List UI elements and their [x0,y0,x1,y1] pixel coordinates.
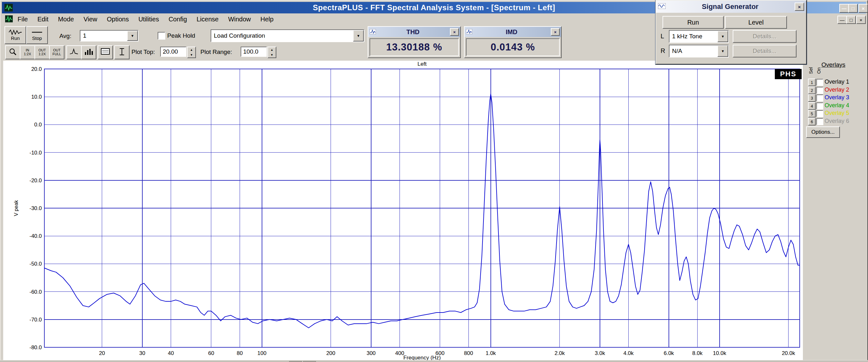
plot-top-input[interactable] [160,47,186,57]
load-configuration-arrow-icon[interactable]: ▼ [353,30,364,41]
overlay-5-on-checkbox[interactable] [816,110,823,117]
menu-utilities[interactable]: Utilities [134,14,164,24]
plot-top-spinner[interactable]: ▲ ▼ [187,47,196,58]
bar-display-button[interactable] [81,45,96,59]
child-minimize-button[interactable]: — [837,16,847,24]
overlay-4-on-checkbox[interactable] [816,102,823,110]
imd-panel-titlebar[interactable]: IMD × [465,27,561,37]
close-button[interactable]: × [859,4,868,13]
menu-edit[interactable]: Edit [33,14,53,24]
left-signal-arrow-icon[interactable]: ▼ [717,31,728,42]
menu-file[interactable]: File [13,14,33,24]
avg-combo-arrow-icon[interactable]: ▼ [127,31,138,41]
right-signal-combo[interactable]: N/A ▼ [669,45,729,57]
menu-help[interactable]: Help [256,14,278,24]
menu-mode[interactable]: Mode [53,14,79,24]
signal-generator-level-button[interactable]: Level [725,16,787,29]
avg-label: Avg: [59,33,71,39]
signal-generator-title: Signal Generator [666,3,795,11]
plot-top-spin-up-icon[interactable]: ▲ [188,47,195,52]
child-close-button[interactable]: × [856,16,866,24]
imd-panel: IMD × 0.0143 % [464,26,562,58]
peak-curve-button[interactable] [66,45,82,59]
plot-range-label: Plot Range: [200,49,232,56]
overlay-3-label: Overlay 3 [825,94,849,100]
svg-text:800: 800 [464,350,473,356]
load-configuration-combo[interactable]: Load Configuration ▼ [211,29,365,42]
svg-text:-60.0: -60.0 [29,289,42,295]
spectrum-chart[interactable]: 20304060801002003004006008001.0k2.0k3.0k… [3,61,803,361]
menu-license[interactable]: License [192,14,223,24]
overlay-6-select-button[interactable]: 6 [808,118,816,125]
right-details-button[interactable]: Details... [733,45,797,57]
right-signal-arrow-icon[interactable]: ▼ [717,45,728,57]
overlay-4-select-button[interactable]: 4 [808,102,816,110]
zoom-out-button[interactable]: OUT 1:2X [34,45,50,59]
stop-button[interactable]: Stop [26,26,48,44]
marker-button[interactable] [114,45,130,59]
svg-text:30: 30 [139,350,145,356]
left-details-button[interactable]: Details... [733,30,797,43]
avg-combo[interactable]: 1 ▼ [80,30,138,41]
svg-text:-20.0: -20.0 [29,178,42,184]
overlay-4-label: Overlay 4 [825,102,849,109]
spectrum-trace [44,94,800,328]
plot-range-spinner[interactable]: ▲ ▼ [268,47,276,58]
imd-panel-title: IMD [472,28,551,36]
overlay-row-2: 2 Overlay 2 [808,87,867,93]
menu-config[interactable]: Config [164,14,192,24]
menu-window[interactable]: Window [223,14,256,24]
overlay-2-select-button[interactable]: 2 [808,87,816,94]
plot-top-spin-down-icon[interactable]: ▼ [188,52,195,57]
app-icon [4,4,13,11]
overlay-1-on-checkbox[interactable] [816,79,823,86]
svg-text:-10.0: -10.0 [29,150,42,156]
display-settings-button[interactable] [98,45,113,59]
overlay-2-on-checkbox[interactable] [816,87,823,94]
minimize-button[interactable]: — [839,4,849,13]
left-signal-value: 1 kHz Tone [670,33,717,40]
overlay-3-on-checkbox[interactable] [816,94,823,101]
menu-options[interactable]: Options [102,14,134,24]
left-signal-combo[interactable]: 1 kHz Tone ▼ [669,30,729,43]
overlays-title: Overlays [822,61,845,68]
axis-labels: 20304060801002003004006008001.0k2.0k3.0k… [29,66,795,356]
magnifier-icon [9,48,17,57]
signal-generator-run-button[interactable]: Run [662,16,724,29]
signal-generator-close-icon[interactable]: × [795,3,804,11]
svg-text:-40.0: -40.0 [29,233,42,239]
overlay-3-select-button[interactable]: 3 [808,94,816,102]
child-restore-button[interactable]: □ [846,16,856,24]
child-window-icon[interactable] [5,15,13,22]
zoom-button[interactable] [5,45,21,59]
svg-text:60: 60 [208,350,214,356]
imd-panel-icon [466,28,472,36]
plot-range-spin-down-icon[interactable]: ▼ [268,52,276,57]
menu-view[interactable]: View [79,14,102,24]
maximize-button[interactable]: □ [848,4,858,13]
desktop: SpectraPLUS - FFT Spectral Analysis Syst… [0,0,868,362]
bars-icon [84,48,93,57]
overlay-1-select-button[interactable]: 1 [808,79,816,86]
run-button[interactable]: Run [4,26,26,44]
thd-value: 13.30188 % [370,38,459,56]
peak-curve-icon [69,48,79,57]
svg-text:2.0k: 2.0k [555,350,565,356]
zoom-in-button[interactable]: IN 1:2X [20,45,35,59]
peak-hold-checkbox[interactable] [158,32,165,39]
zoom-full-button[interactable]: OUT FULL [49,45,64,59]
plot-range-spin-up-icon[interactable]: ▲ [268,47,276,52]
spectrum-plot-area[interactable]: 20304060801002003004006008001.0k2.0k3.0k… [3,61,803,361]
thd-panel-titlebar[interactable]: THD × [368,27,460,37]
signal-generator-titlebar[interactable]: Signal Generator × [656,1,806,13]
overlay-6-on-checkbox[interactable] [816,118,823,125]
avg-combo-value: 1 [81,32,127,39]
overlay-row-6: 6 Overlay 6 [808,118,867,124]
overlays-options-button[interactable]: Options... [806,126,840,138]
overlay-2-label: Overlay 2 [825,87,849,93]
overlay-5-select-button[interactable]: 5 [808,110,816,118]
imd-panel-close-icon[interactable]: × [551,28,560,36]
plot-range-input[interactable] [241,47,267,57]
thd-panel-close-icon[interactable]: × [450,28,459,36]
stop-button-label: Stop [32,36,42,41]
